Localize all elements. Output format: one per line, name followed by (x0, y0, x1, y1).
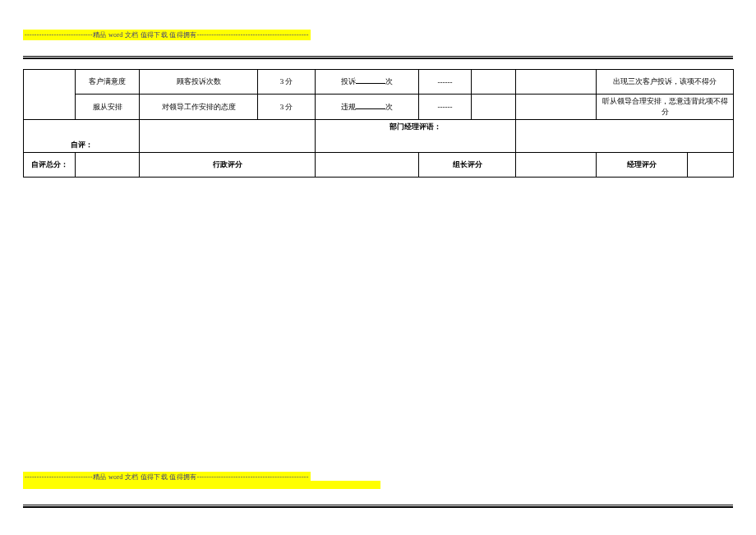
cell-leader-score-label: 组长评分 (419, 153, 516, 178)
cell-admin-score-value (316, 153, 419, 178)
table-row: 客户满意度 顾客投诉次数 3 分 投诉次 ------ 出现三次客户投诉，该项不… (24, 70, 734, 95)
cell-dash: ------ (419, 95, 472, 120)
header-highlight: ----------------------------精品 word 文档 值… (23, 30, 311, 40)
table-row: 服从安排 对领导工作安排的态度 3 分 违规次 ------ 听从领导合理安排，… (24, 95, 734, 120)
cell-score: 3 分 (258, 70, 316, 95)
cell-score: 3 分 (258, 95, 316, 120)
cell-self-eval-label: 自评： (24, 120, 140, 153)
cell-manager-score: 经理评分 (597, 153, 734, 178)
table-row: 自评总分： 行政评分 组长评分 经理评分 (24, 153, 734, 178)
cell-blank (516, 95, 597, 120)
cell-blank (472, 70, 516, 95)
cell-self-total-value (76, 153, 140, 178)
cell-label: 服从安排 (76, 95, 140, 120)
cell-manager-comment-label: 部门经理评语： (316, 120, 516, 153)
cell-self-eval-text (140, 120, 316, 153)
cell-rule: 出现三次客户投诉，该项不得分 (597, 70, 734, 95)
cell-manager-score-value (688, 155, 730, 175)
evaluation-table: 客户满意度 顾客投诉次数 3 分 投诉次 ------ 出现三次客户投诉，该项不… (23, 69, 734, 178)
cell-blank (516, 70, 597, 95)
cell-manager-comment-text (516, 120, 734, 153)
footer-highlight-2 (23, 481, 380, 489)
cell-label: 客户满意度 (76, 70, 140, 95)
cell-count: 投诉次 (316, 70, 419, 95)
cell-manager-score-label: 经理评分 (597, 153, 688, 177)
cell-metric: 对领导工作安排的态度 (140, 95, 258, 120)
cell-rule: 听从领导合理安排，恶意违背此项不得分 (597, 95, 734, 120)
cell-admin-score-label: 行政评分 (140, 153, 316, 178)
bottom-divider (23, 505, 733, 508)
cell-self-total-label: 自评总分： (24, 153, 76, 178)
table-row: 自评： 部门经理评语： (24, 120, 734, 153)
cell-metric: 顾客投诉次数 (140, 70, 258, 95)
cell-blank (472, 95, 516, 120)
cell-category-blank (24, 70, 76, 120)
cell-count: 违规次 (316, 95, 419, 120)
cell-leader-score-value (516, 153, 597, 178)
top-divider (23, 56, 733, 59)
cell-dash: ------ (419, 70, 472, 95)
